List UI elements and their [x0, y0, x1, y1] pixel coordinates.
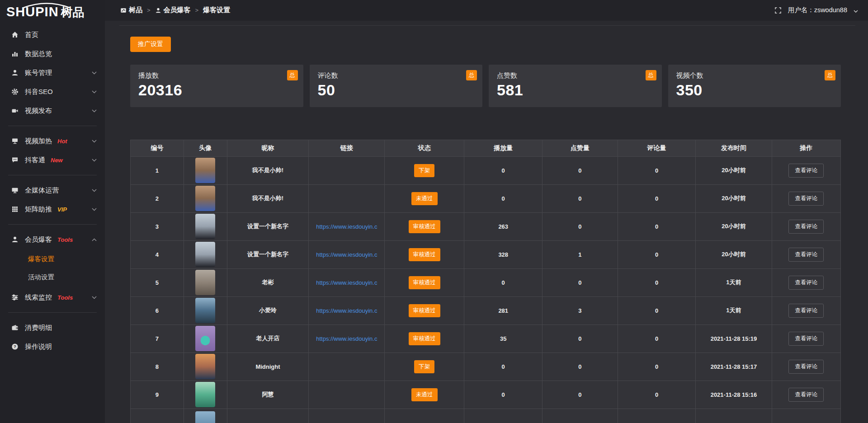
chevron-down-icon: [92, 90, 97, 94]
view-comments-button[interactable]: 查看评论: [788, 164, 824, 178]
sidebar-item-matrix-boost[interactable]: 矩阵助推VIP: [0, 200, 105, 219]
breadcrumb-label: 爆客设置: [203, 6, 230, 14]
breadcrumb-label: 会员爆客: [164, 6, 191, 14]
avatar: [195, 186, 215, 211]
table-row: 2我不是小帅!未通过00020小时前查看评论: [131, 184, 841, 212]
view-comments-button[interactable]: 查看评论: [788, 304, 824, 318]
sidebar-item-label: 首页: [25, 31, 38, 39]
sidebar-subitem[interactable]: 爆客设置: [0, 250, 105, 268]
cell-status: 未通过: [385, 381, 464, 409]
cell-action: 查看评论: [772, 381, 840, 409]
video-link[interactable]: https://www.iesdouyin.c: [316, 223, 377, 230]
view-comments-button[interactable]: 查看评论: [788, 332, 824, 346]
breadcrumb-separator: >: [147, 7, 151, 14]
column-header: 评论量: [618, 140, 696, 156]
cell-action: 查看评论: [772, 184, 840, 212]
sidebar-item-badge: Tools: [57, 294, 73, 301]
sidebar-item-home[interactable]: 首页: [0, 25, 105, 44]
cell-plays: 328: [464, 240, 542, 268]
cell-id: 2: [131, 184, 184, 212]
chat-icon: [11, 156, 19, 164]
video-link[interactable]: https://www.iesdouyin.c: [316, 307, 377, 314]
view-comments-button[interactable]: 查看评论: [788, 192, 824, 206]
status-badge: 审核通过: [409, 220, 440, 233]
cell-plays: 35: [464, 324, 542, 352]
cell-link: [309, 381, 385, 409]
total-badge: 总: [646, 70, 656, 80]
cell-id: 4: [131, 240, 184, 268]
cell-action: [772, 409, 840, 423]
cell-comments: 0: [618, 240, 696, 268]
sidebar-item-label: 视频发布: [25, 107, 52, 115]
video-link[interactable]: https://www.iesdouyin.c: [316, 251, 377, 258]
cell-nickname: 我不是小帅!: [227, 184, 309, 212]
status-badge: 下架: [414, 360, 434, 373]
chevron-up-icon: [92, 238, 97, 241]
status-badge: 审核通过: [409, 332, 440, 345]
sidebar-item-badge: New: [51, 157, 63, 164]
videos-table: 编号头像昵称链接状态播放量点赞量评论量发布时间操作 1我不是小帅!下架00020…: [130, 140, 841, 423]
status-badge: 下架: [414, 164, 434, 177]
avatar: [195, 354, 215, 379]
cell-plays: 0: [464, 352, 542, 381]
stat-value: 50: [318, 81, 475, 99]
sidebar-subitem[interactable]: 活动设置: [0, 268, 105, 286]
status-badge: 审核通过: [409, 248, 440, 261]
total-badge: 总: [466, 70, 477, 80]
column-header: 发布时间: [696, 140, 772, 156]
video-link[interactable]: https://www.iesdouyin.c: [316, 335, 377, 342]
cell-status: 下架: [385, 156, 464, 184]
avatar: [195, 298, 215, 323]
cell-avatar: [184, 240, 227, 268]
video-link[interactable]: https://www.iesdouyin.c: [316, 279, 377, 286]
cell-time: 1天前: [696, 296, 772, 324]
breadcrumb-item-app[interactable]: 树品: [120, 6, 142, 14]
cell-nickname: 小爱玲: [227, 296, 309, 324]
brand-logo[interactable]: SHUPIN树品: [0, 0, 105, 25]
avatar: [195, 382, 215, 407]
sidebar-item-data-overview[interactable]: 数据总览: [0, 44, 105, 63]
cell-comments: 0: [618, 268, 696, 296]
cell-time: 20小时前: [696, 212, 772, 240]
column-header: 状态: [385, 140, 464, 156]
cell-action: 查看评论: [772, 156, 840, 184]
status-badge: 审核通过: [409, 276, 440, 289]
app-icon: [120, 7, 127, 14]
view-comments-button[interactable]: 查看评论: [788, 360, 824, 374]
avatar: [195, 214, 215, 239]
column-header: 昵称: [227, 140, 309, 156]
promo-settings-button[interactable]: 推广设置: [130, 37, 171, 52]
cell-id: 8: [131, 352, 184, 381]
cell-time: 2021-11-28 15:16: [696, 381, 772, 409]
sidebar-item-operation-guide[interactable]: ?操作说明: [0, 337, 105, 356]
home-icon: [11, 31, 19, 39]
chevron-down-icon: [92, 140, 97, 143]
sidebar-item-video-publish[interactable]: 视频发布: [0, 101, 105, 120]
view-comments-button[interactable]: 查看评论: [788, 248, 824, 262]
username-menu[interactable]: 用户名：zswodun88: [788, 6, 847, 14]
cell-nickname: 老人开店: [227, 324, 309, 352]
sidebar-item-clue-monitor[interactable]: 线索监控Tools: [0, 288, 105, 307]
avatar: [195, 158, 215, 183]
stat-label: 点赞数: [497, 71, 654, 80]
sidebar-item-douketong[interactable]: 抖客通New: [0, 150, 105, 169]
sidebar-item-douyin-seo[interactable]: 抖音SEO: [0, 82, 105, 101]
sidebar-item-media-operation[interactable]: 全媒体运营: [0, 181, 105, 200]
view-comments-button[interactable]: 查看评论: [788, 388, 824, 402]
sidebar-item-member-baoke[interactable]: 会员爆客Tools: [0, 230, 105, 249]
cell-plays: 263: [464, 212, 542, 240]
sidebar-item-video-heat[interactable]: 视频加热Hot: [0, 132, 105, 150]
sidebar-item-consume-detail[interactable]: 消费明细: [0, 318, 105, 337]
sidebar-item-badge: VIP: [57, 206, 67, 213]
breadcrumb-item-member[interactable]: 会员爆客: [155, 6, 191, 14]
view-comments-button[interactable]: 查看评论: [788, 220, 824, 234]
cell-comments: 0: [618, 156, 696, 184]
cell-likes: 0: [542, 381, 618, 409]
sidebar-item-account-manage[interactable]: 账号管理: [0, 63, 105, 82]
sidebar-divider: [8, 126, 97, 126]
status-badge: 未通过: [411, 388, 438, 401]
fullscreen-icon[interactable]: [774, 7, 782, 14]
view-comments-button[interactable]: 查看评论: [788, 276, 824, 290]
cell-action: 查看评论: [772, 324, 840, 352]
cell-action: 查看评论: [772, 352, 840, 381]
